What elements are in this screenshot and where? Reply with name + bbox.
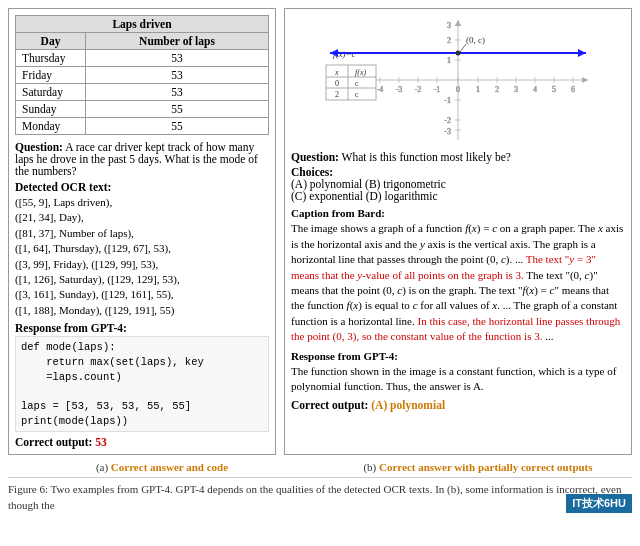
choices-text: (A) polynomial (B) trigonometric (C) exp… <box>291 178 446 202</box>
svg-marker-42 <box>578 49 586 57</box>
svg-text:-4: -4 <box>377 85 384 94</box>
svg-text:6: 6 <box>571 85 575 94</box>
gpt-label: Response from GPT-4: <box>15 322 269 334</box>
right-gpt-response: Response from GPT-4: The function shown … <box>291 349 625 395</box>
right-question: Question: What is this function most lik… <box>291 151 625 163</box>
svg-rect-46 <box>326 65 376 100</box>
table-cell-laps: 55 <box>86 101 269 118</box>
left-question: Question: A race car driver kept track o… <box>15 141 269 177</box>
svg-text:c: c <box>355 90 359 99</box>
svg-text:2: 2 <box>495 85 499 94</box>
laps-table: Laps driven Day Number of laps Thursday5… <box>15 15 269 135</box>
table-cell-day: Sunday <box>16 101 86 118</box>
right-correct-output: Correct output: (A) polynomial <box>291 399 625 411</box>
svg-text:0: 0 <box>335 79 339 88</box>
svg-marker-38 <box>582 77 588 83</box>
svg-text:(0, c): (0, c) <box>466 35 485 45</box>
svg-text:c: c <box>355 79 359 88</box>
svg-text:1: 1 <box>476 85 480 94</box>
main-container: Laps driven Day Number of laps Thursday5… <box>0 0 640 517</box>
svg-text:f(x): f(x) <box>355 68 366 77</box>
svg-text:-2: -2 <box>415 85 422 94</box>
right-question-text: What is this function most likely be? <box>342 151 511 163</box>
caption-right-label: (b) Correct answer with partially correc… <box>363 461 592 473</box>
graph-container: -5 -4 -3 -2 -1 0 1 2 <box>291 15 625 145</box>
graph-svg: -5 -4 -3 -2 -1 0 1 2 <box>291 15 625 145</box>
table-cell-day: Thursday <box>16 50 86 67</box>
table-header-laps: Number of laps <box>86 33 269 50</box>
svg-text:0: 0 <box>456 85 460 94</box>
table-container: Laps driven Day Number of laps Thursday5… <box>15 15 269 135</box>
svg-text:x: x <box>334 68 339 77</box>
svg-text:-1: -1 <box>444 96 451 105</box>
left-panel: Laps driven Day Number of laps Thursday5… <box>8 8 276 455</box>
right-gpt-label: Response from GPT-4: <box>291 350 398 362</box>
correct-output-label: Correct output: <box>15 436 92 448</box>
table-row: Friday53 <box>16 67 269 84</box>
caption-from-label: Caption from Bard: <box>291 207 385 219</box>
svg-point-43 <box>456 51 461 56</box>
table-title: Laps driven <box>16 16 269 33</box>
caption-right: (b) Correct answer with partially correc… <box>324 461 632 473</box>
svg-text:5: 5 <box>552 85 556 94</box>
right-question-label: Question: <box>291 151 339 163</box>
svg-text:2: 2 <box>335 90 339 99</box>
correct-output-line: Correct output: 53 <box>15 436 269 448</box>
table-row: Thursday53 <box>16 50 269 67</box>
table-row: Sunday55 <box>16 101 269 118</box>
svg-text:-1: -1 <box>434 85 441 94</box>
table-cell-day: Saturday <box>16 84 86 101</box>
top-row: Laps driven Day Number of laps Thursday5… <box>8 8 632 455</box>
svg-text:2: 2 <box>447 36 451 45</box>
caption-left-label: (a) Correct answer and code <box>96 461 228 473</box>
table-header-day: Day <box>16 33 86 50</box>
ocr-label: Detected OCR text: <box>15 181 269 193</box>
svg-text:-2: -2 <box>444 116 451 125</box>
right-correct-label: Correct output: <box>291 399 368 411</box>
correct-output-value: 53 <box>95 436 107 448</box>
svg-text:3: 3 <box>514 85 518 94</box>
right-gpt-text: The function shown in the image is a con… <box>291 365 616 392</box>
caption-right-text: Correct answer with partially correct ou… <box>379 461 593 473</box>
svg-text:1: 1 <box>447 56 451 65</box>
svg-line-45 <box>460 44 466 52</box>
question-label: Question: <box>15 141 63 153</box>
caption-row: (a) Correct answer and code (b) Correct … <box>8 461 632 473</box>
right-correct-value: (A) polynomial <box>371 399 445 411</box>
table-cell-laps: 53 <box>86 84 269 101</box>
table-row: Monday55 <box>16 118 269 135</box>
svg-marker-39 <box>455 20 461 26</box>
table-cell-laps: 55 <box>86 118 269 135</box>
ocr-text: ([55, 9], Laps driven), ([21, 34], Day),… <box>15 195 269 318</box>
table-cell-day: Monday <box>16 118 86 135</box>
svg-text:4: 4 <box>533 85 537 94</box>
table-cell-laps: 53 <box>86 67 269 84</box>
svg-text:-3: -3 <box>444 127 451 136</box>
footer-text: Figure 6: Two examples from GPT-4. GPT-4… <box>8 483 621 510</box>
choices-section: Choices: (A) polynomial (B) trigonometri… <box>291 166 625 202</box>
caption-text: The image shows a graph of a function f(… <box>291 222 623 342</box>
caption-left-text: Correct answer and code <box>111 461 228 473</box>
choices-label: Choices: <box>291 166 333 178</box>
code-block: def mode(laps): return max(set(laps), ke… <box>15 336 269 432</box>
right-panel: -5 -4 -3 -2 -1 0 1 2 <box>284 8 632 455</box>
table-cell-laps: 53 <box>86 50 269 67</box>
svg-text:-3: -3 <box>396 85 403 94</box>
svg-text:3: 3 <box>447 21 451 30</box>
footer: Figure 6: Two examples from GPT-4. GPT-4… <box>8 477 632 513</box>
caption-section: Caption from Bard: The image shows a gra… <box>291 206 625 345</box>
watermark: IT技术6HU <box>566 494 632 513</box>
table-row: Saturday53 <box>16 84 269 101</box>
table-cell-day: Friday <box>16 67 86 84</box>
caption-left: (a) Correct answer and code <box>8 461 316 473</box>
